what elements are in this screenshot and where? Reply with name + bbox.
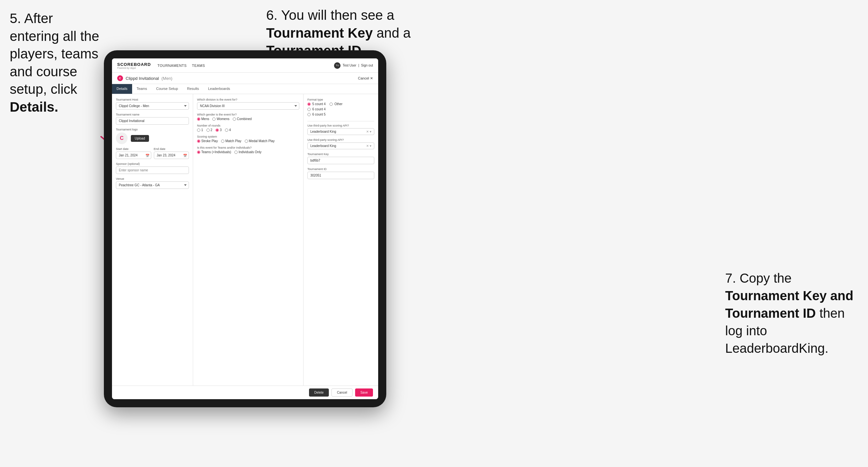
tournament-logo-label: Tournament logo (116, 128, 189, 131)
division-label: Which division is the event for? (197, 98, 299, 101)
tournament-name-label: Tournament name (116, 113, 189, 116)
navbar: SCOREBOARD Powered by clippd TOURNAMENTS… (112, 58, 378, 73)
nav-tournaments[interactable]: TOURNAMENTS (157, 64, 187, 67)
user-avatar: TU (334, 62, 341, 69)
gender-combined[interactable]: Combined (233, 117, 252, 121)
calendar-icon-end: 📅 (183, 154, 187, 157)
navbar-brand: SCOREBOARD Powered by clippd (117, 62, 151, 69)
tournament-id-label: Tournament ID (307, 167, 374, 171)
calendar-icon-start: 📅 (146, 154, 149, 157)
rounds-label: Number of rounds (197, 124, 299, 127)
form-content: Tournament Host Clippd College - Men Tou… (112, 94, 378, 385)
rounds-1[interactable]: 1 (197, 128, 203, 132)
teams-with-individuals[interactable]: Teams (+Individuals) (197, 150, 231, 154)
nav-separator: | (359, 64, 359, 67)
tournament-logo-group: Tournament logo C Upload (116, 128, 189, 144)
tournament-name-input[interactable] (116, 117, 189, 125)
division-select[interactable]: NCAA Division III (197, 102, 299, 110)
sponsor-label: Sponsor (optional) (116, 162, 189, 165)
format-other: Other (330, 102, 342, 106)
api1-input[interactable]: Leaderboard King ✕ ▾ (307, 128, 374, 135)
form-right: Format type 5 count 4 6 count 4 6 count … (304, 94, 378, 385)
tablet-screen: SCOREBOARD Powered by clippd TOURNAMENTS… (112, 58, 378, 399)
brand-sub: Powered by clippd (117, 67, 151, 69)
start-date-label: Start date (116, 147, 151, 151)
venue-select[interactable]: Peachtree GC - Atlanta - GA (116, 181, 189, 189)
tournament-name-group: Tournament name (116, 113, 189, 125)
api2-clear-btn[interactable]: ✕ ▾ (366, 144, 371, 148)
format-5count4: 5 count 4 (307, 102, 326, 106)
gender-radio-group: Mens Womens Combined (197, 117, 299, 121)
date-group: Start date 📅 End date 📅 (116, 147, 189, 159)
format-group: Format type 5 count 4 6 count 4 6 count … (307, 98, 374, 118)
teams-individuals-only[interactable]: Individuals Only (235, 150, 261, 154)
api2-label: Use third-party scoring API? (307, 138, 374, 142)
navbar-user: TU Test User | Sign out (334, 62, 373, 69)
tournament-id-group: Tournament ID 302051 (307, 167, 374, 179)
start-date-col: Start date 📅 (116, 147, 151, 159)
form-middle: Which division is the event for? NCAA Di… (193, 94, 304, 385)
sponsor-input[interactable] (116, 166, 189, 174)
tab-course-setup[interactable]: Course Setup (152, 84, 182, 94)
format-6count4: 6 count 4 (307, 107, 326, 111)
end-date-label: End date (154, 147, 189, 151)
tab-details[interactable]: Details (112, 84, 132, 94)
api2-input[interactable]: Leaderboard King ✕ ▾ (307, 143, 374, 149)
gender-group: Which gender is the event for? Mens Wome… (197, 113, 299, 121)
form-left: Tournament Host Clippd College - Men Tou… (112, 94, 193, 385)
scoring-stroke[interactable]: Stroke Play (197, 139, 218, 143)
api1-group: Use third-party live scoring API? Leader… (307, 124, 374, 135)
format-label: Format type (307, 98, 374, 101)
sponsor-group: Sponsor (optional) (116, 162, 189, 174)
tab-results[interactable]: Results (182, 84, 204, 94)
tournament-name: Clippd Invitational (Men) (126, 76, 173, 81)
cancel-header-btn[interactable]: Cancel ✕ (358, 76, 373, 81)
tournament-key-label: Tournament Key (307, 153, 374, 156)
save-button[interactable]: Save (355, 388, 373, 397)
cancel-button[interactable]: Cancel (332, 388, 352, 397)
teams-label: Is this event for Teams and/or Individua… (197, 146, 299, 149)
upload-button[interactable]: Upload (131, 135, 149, 142)
rounds-4[interactable]: 4 (225, 128, 231, 132)
api1-label: Use third-party live scoring API? (307, 124, 374, 127)
annotation-bottom-right: 7. Copy the Tournament Key and Tournamen… (725, 269, 855, 357)
teams-radio-group: Teams (+Individuals) Individuals Only (197, 150, 299, 154)
annotation-left: 5. After entering all the players, teams… (10, 10, 101, 116)
end-date-col: End date 📅 (154, 147, 189, 159)
tablet-device: SCOREBOARD Powered by clippd TOURNAMENTS… (104, 50, 386, 407)
api2-group: Use third-party scoring API? Leaderboard… (307, 138, 374, 149)
tournament-key-value: bdf6b7 (307, 157, 374, 164)
scoring-match[interactable]: Match Play (221, 139, 241, 143)
scoring-medal[interactable]: Medal Match Play (245, 139, 275, 143)
logo-preview: C (116, 132, 128, 144)
tournament-host-group: Tournament Host Clippd College - Men (116, 98, 189, 110)
gender-womens[interactable]: Womens (212, 117, 229, 121)
gender-mens[interactable]: Mens (197, 117, 209, 121)
api1-clear-btn[interactable]: ✕ ▾ (366, 130, 371, 133)
scoring-radio-group: Stroke Play Match Play Medal Match Play (197, 139, 299, 143)
tournament-logo: C (117, 75, 123, 81)
venue-label: Venue (116, 177, 189, 181)
navbar-links: TOURNAMENTS TEAMS (157, 64, 334, 67)
tournament-id-value: 302051 (307, 172, 374, 179)
tab-teams[interactable]: Teams (132, 84, 152, 94)
tournament-host-label: Tournament Host (116, 98, 189, 101)
rounds-group: Number of rounds 1 2 3 4 (197, 124, 299, 132)
api2-value: Leaderboard King (310, 144, 366, 148)
division-group: Which division is the event for? NCAA Di… (197, 98, 299, 110)
venue-group: Venue Peachtree GC - Atlanta - GA (116, 177, 189, 189)
scoring-group: Scoring system Stroke Play Match Play Me… (197, 135, 299, 143)
logo-upload: C Upload (116, 132, 189, 144)
sign-out-link[interactable]: Sign out (361, 64, 373, 67)
tab-leaderboards[interactable]: Leaderboards (204, 84, 235, 94)
gender-label: Which gender is the event for? (197, 113, 299, 116)
api1-value: Leaderboard King (310, 130, 366, 133)
form-footer: Delete Cancel Save (112, 385, 378, 399)
nav-teams[interactable]: TEAMS (192, 64, 205, 67)
teams-group: Is this event for Teams and/or Individua… (197, 146, 299, 154)
rounds-3[interactable]: 3 (216, 128, 222, 132)
rounds-2[interactable]: 2 (207, 128, 213, 132)
delete-button[interactable]: Delete (309, 388, 329, 397)
tournament-host-select[interactable]: Clippd College - Men (116, 102, 189, 110)
format-6count5: 6 count 5 (307, 113, 326, 116)
